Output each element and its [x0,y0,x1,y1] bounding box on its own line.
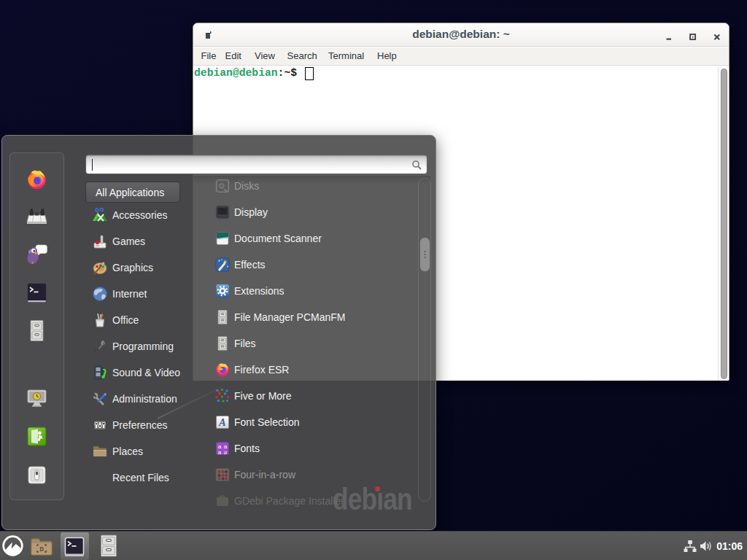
svg-text:a: a [218,449,222,456]
svg-text:A: A [218,417,225,428]
svg-text:D: D [39,545,44,553]
svg-text:a: a [224,449,227,456]
